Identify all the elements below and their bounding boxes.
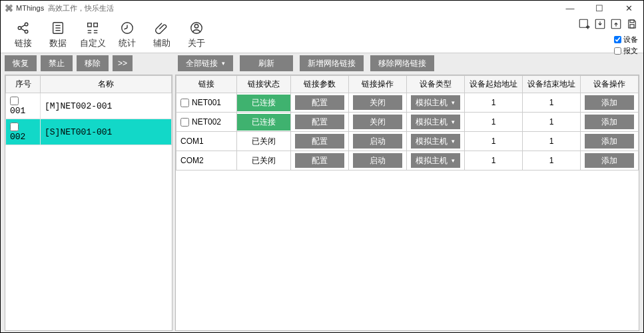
svg-line-4 [21, 29, 25, 31]
add-device-button[interactable]: 添加 [585, 153, 634, 168]
minimize-button[interactable]: — [555, 1, 585, 15]
grid-icon [85, 19, 100, 37]
start-addr: 1 [464, 132, 522, 151]
tab-stats[interactable]: 统计 [110, 15, 145, 53]
config-button[interactable]: 配置 [295, 115, 344, 129]
config-button[interactable]: 配置 [295, 134, 344, 149]
start-addr: 1 [464, 113, 522, 132]
type-select[interactable]: 模拟主机▾ [411, 115, 460, 129]
add-device-button[interactable]: 添加 [585, 95, 634, 110]
new-tab-icon[interactable]: + [578, 18, 590, 33]
op-button[interactable]: 启动 [353, 153, 402, 168]
chevron-down-icon: ▾ [452, 138, 455, 145]
row-checkbox[interactable] [10, 123, 19, 131]
restore-button[interactable]: 恢复 [5, 55, 37, 71]
type-select[interactable]: 模拟主机▾ [411, 153, 460, 168]
main-toolbar: 链接 数据 自定义 统计 辅助 关于 + 设备 报文 [1, 15, 643, 53]
svg-rect-9 [88, 23, 92, 27]
table-row: COM1已关闭配置启动模拟主机▾11添加 [176, 132, 639, 151]
end-addr: 1 [522, 93, 580, 113]
svg-rect-10 [94, 23, 98, 27]
type-select[interactable]: 模拟主机▾ [411, 134, 460, 149]
svg-text:+: + [586, 24, 589, 31]
link-name: COM1 [176, 132, 237, 151]
svg-point-0 [18, 27, 21, 30]
status-badge: 已关闭 [237, 151, 291, 170]
row-checkbox[interactable] [180, 99, 189, 107]
all-links-button[interactable]: 全部链接▾ [178, 55, 233, 71]
end-addr: 1 [522, 151, 580, 170]
close-button[interactable]: ✕ [614, 1, 643, 15]
svg-point-19 [194, 25, 198, 29]
link-name: NET001 [176, 93, 237, 113]
end-addr: 1 [522, 113, 580, 132]
row-checkbox[interactable] [10, 97, 19, 105]
clip-icon [155, 19, 169, 37]
list-item[interactable]: 001[M]NET002-001 [6, 93, 172, 119]
svg-point-2 [25, 30, 28, 33]
device-check[interactable]: 设备 [614, 35, 638, 45]
links-table: 链接 链接状态 链接参数 链接操作 设备类型 设备起始地址 设备结束地址 设备操… [176, 75, 639, 170]
packet-check[interactable]: 报文 [614, 46, 638, 56]
op-button[interactable]: 关闭 [353, 115, 402, 129]
maximize-button[interactable]: ☐ [585, 1, 614, 15]
next-button[interactable]: >> [113, 55, 133, 71]
list-item[interactable]: 002[S]NET001-001 [6, 119, 172, 145]
forbid-button[interactable]: 禁止 [41, 55, 73, 71]
tab-custom[interactable]: 自定义 [75, 15, 110, 53]
chevron-down-icon: ▾ [222, 60, 225, 67]
tab-assist[interactable]: 辅助 [145, 15, 179, 53]
add-device-button[interactable]: 添加 [585, 134, 634, 149]
status-badge: 已连接 [237, 114, 290, 131]
config-button[interactable]: 配置 [295, 95, 344, 110]
app-icon: ⌘ [5, 3, 13, 13]
table-row: NET001已连接配置关闭模拟主机▾11添加 [176, 93, 639, 113]
app-window: ⌘ MThings 高效工作，快乐生活 — ☐ ✕ 链接 数据 自定义 统计 辅… [0, 0, 644, 333]
export-icon[interactable] [610, 18, 622, 33]
chevron-down-icon: ▾ [452, 119, 455, 125]
svg-rect-24 [630, 20, 634, 23]
op-button[interactable]: 关闭 [353, 95, 402, 110]
col-name: 名称 [41, 76, 172, 93]
device-list-table: 序号 名称 001[M]NET002-001002[S]NET001-001 [5, 75, 172, 145]
svg-line-3 [21, 25, 25, 27]
tab-about[interactable]: 关于 [179, 15, 214, 53]
titlebar: ⌘ MThings 高效工作，快乐生活 — ☐ ✕ [1, 1, 643, 15]
chevron-down-icon: ▾ [452, 99, 455, 106]
status-badge: 已关闭 [237, 132, 291, 151]
remove-button[interactable]: 移除 [77, 55, 109, 71]
svg-line-17 [124, 28, 127, 29]
start-addr: 1 [464, 151, 522, 170]
op-button[interactable]: 启动 [353, 134, 402, 149]
refresh-button[interactable]: 刷新 [240, 55, 293, 71]
user-icon [189, 19, 204, 37]
save-icon[interactable] [626, 18, 638, 33]
table-row: NET002已连接配置关闭模拟主机▾11添加 [176, 113, 639, 132]
chevron-down-icon: ▾ [452, 157, 455, 164]
import-icon[interactable] [594, 18, 606, 33]
tab-data[interactable]: 数据 [41, 15, 75, 53]
end-addr: 1 [522, 132, 580, 151]
remove-link-button[interactable]: 移除网络链接 [370, 55, 434, 71]
clock-icon [120, 19, 135, 37]
share-icon [16, 19, 31, 37]
right-panel: 全部链接▾ 刷新 新增网络链接 移除网络链接 链接 链接状态 链接参数 链接操作… [174, 53, 643, 332]
app-title: MThings [16, 4, 44, 12]
link-name: COM2 [176, 151, 237, 170]
status-badge: 已连接 [237, 95, 290, 111]
config-button[interactable]: 配置 [295, 153, 344, 168]
svg-point-1 [25, 23, 28, 26]
svg-rect-25 [630, 25, 634, 28]
table-row: COM2已关闭配置启动模拟主机▾11添加 [176, 151, 639, 170]
link-name: NET002 [176, 113, 237, 132]
tab-link[interactable]: 链接 [6, 15, 41, 53]
left-panel: 恢复 禁止 移除 >> 序号 名称 001[M]NET002-001002[S]… [1, 53, 174, 332]
row-checkbox[interactable] [180, 118, 189, 127]
add-device-button[interactable]: 添加 [585, 115, 634, 129]
start-addr: 1 [464, 93, 522, 113]
list-icon [51, 19, 65, 37]
type-select[interactable]: 模拟主机▾ [411, 95, 460, 110]
add-link-button[interactable]: 新增网络链接 [300, 55, 364, 71]
app-slogan: 高效工作，快乐生活 [48, 3, 114, 13]
col-seq: 序号 [6, 76, 41, 93]
